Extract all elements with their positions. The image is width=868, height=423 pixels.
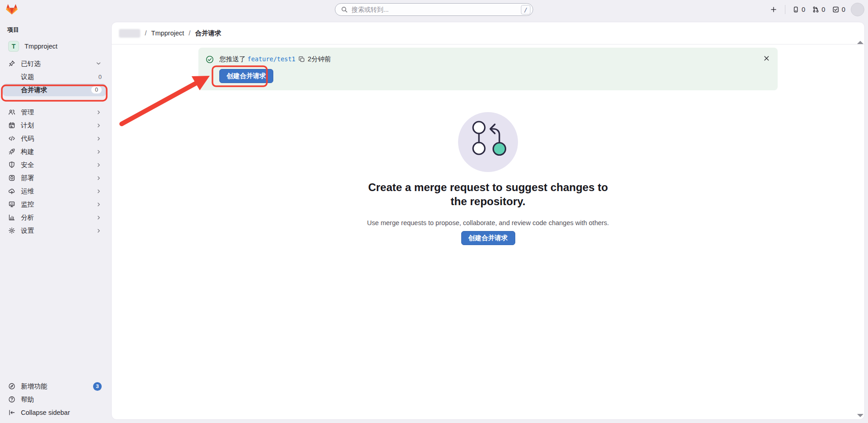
user-avatar[interactable] xyxy=(851,3,864,16)
breadcrumb-project-link[interactable]: Tmpproject xyxy=(151,30,184,37)
sidebar-item-monitor[interactable]: 监控 xyxy=(3,198,106,211)
sidebar-item-settings[interactable]: 设置 xyxy=(3,224,106,237)
scrollbar-up-arrow[interactable] xyxy=(857,41,863,44)
sidebar-item-plan[interactable]: 计划 xyxy=(3,119,106,132)
branch-name-link[interactable]: feature/test1 xyxy=(247,55,296,63)
create-merge-request-banner-button[interactable]: 创建合并请求 xyxy=(219,69,273,83)
sidebar-item-build[interactable]: 构建 xyxy=(3,145,106,158)
chevron-right-icon xyxy=(96,228,102,234)
sidebar-footer: 新增功能 3 帮助 Collapse sidebar xyxy=(0,379,109,419)
deploy-icon xyxy=(8,174,15,182)
sidebar-divider xyxy=(7,101,102,101)
sidebar-item-manage[interactable]: 管理 xyxy=(3,106,106,118)
pinned-label: 已钉选 xyxy=(21,59,90,68)
merge-request-illustration xyxy=(458,112,518,172)
sidebar-item-merge-requests[interactable]: 合并请求 0 xyxy=(3,84,106,96)
empty-state-title: Create a merge request to suggest change… xyxy=(361,180,615,208)
issues-counter[interactable]: 0 xyxy=(791,6,807,13)
scrollbar-down-arrow[interactable] xyxy=(857,414,863,417)
breadcrumb-current: 合并请求 xyxy=(195,29,222,38)
question-icon xyxy=(8,396,15,403)
issues-count: 0 xyxy=(99,74,102,80)
chart-icon xyxy=(8,214,15,221)
chevron-right-icon xyxy=(96,215,102,221)
search-input[interactable] xyxy=(352,6,518,13)
merge-requests-counter[interactable]: 0 xyxy=(811,6,827,13)
gear-icon xyxy=(8,227,15,234)
issues-icon xyxy=(792,6,799,13)
monitor-icon xyxy=(8,201,15,208)
collapse-sidebar-item[interactable]: Collapse sidebar xyxy=(3,406,106,419)
calendar-icon xyxy=(8,122,15,129)
close-icon xyxy=(763,55,770,62)
sidebar-menu: 管理 计划 代码 构建 xyxy=(0,106,109,237)
sidebar-pinned-header[interactable]: 已钉选 xyxy=(3,57,106,70)
merge-requests-count: 0 xyxy=(91,86,102,93)
sidebar-section-label: 项目 xyxy=(0,19,109,39)
code-icon xyxy=(8,135,15,142)
merge-request-icon xyxy=(812,6,819,13)
sidebar-item-analyze[interactable]: 分析 xyxy=(3,211,106,224)
create-new-button[interactable] xyxy=(768,4,779,15)
rocket-icon xyxy=(8,148,15,155)
shield-icon xyxy=(8,161,15,168)
issues-label: 议题 xyxy=(21,73,93,81)
search-shortcut-key: / xyxy=(521,5,531,15)
check-circle-icon xyxy=(206,55,214,64)
whats-new-item[interactable]: 新增功能 3 xyxy=(3,380,106,393)
global-search[interactable]: / xyxy=(335,3,533,16)
chevron-right-icon xyxy=(96,202,102,207)
compass-icon xyxy=(8,383,15,390)
breadcrumb: / Tmpproject / 合并请求 xyxy=(112,22,864,44)
pin-icon xyxy=(8,60,15,67)
breadcrumb-group-redacted[interactable] xyxy=(119,29,140,38)
project-name: Tmpproject xyxy=(25,43,102,50)
project-avatar: T xyxy=(8,41,19,52)
chevron-right-icon xyxy=(96,175,102,181)
sidebar-item-secure[interactable]: 安全 xyxy=(3,158,106,171)
whats-new-badge: 3 xyxy=(93,382,102,391)
cloud-gear-icon xyxy=(8,187,15,195)
push-message: 您推送了 feature/test1 2分钟前 xyxy=(219,55,331,64)
chevron-right-icon xyxy=(96,123,102,128)
main-panel: / Tmpproject / 合并请求 您推送了 feature/test1 xyxy=(111,22,865,420)
sidebar-item-code[interactable]: 代码 xyxy=(3,132,106,145)
chevron-down-icon xyxy=(95,60,102,67)
sidebar-project-item[interactable]: T Tmpproject xyxy=(3,39,106,54)
top-bar: / 0 0 0 xyxy=(0,0,868,19)
empty-state-description: Use merge requests to propose, collabora… xyxy=(198,219,778,226)
sidebar-item-operate[interactable]: 运维 xyxy=(3,185,106,197)
push-time: 2分钟前 xyxy=(308,55,331,63)
topbar-divider xyxy=(785,5,785,14)
collapse-icon xyxy=(8,409,15,416)
empty-state: Create a merge request to suggest change… xyxy=(198,112,778,245)
merge-requests-label: 合并请求 xyxy=(21,86,86,94)
sidebar-item-deploy[interactable]: 部署 xyxy=(3,172,106,184)
push-notification-banner: 您推送了 feature/test1 2分钟前 创建合并请求 xyxy=(198,48,778,90)
gitlab-logo-icon[interactable] xyxy=(6,3,18,15)
help-item[interactable]: 帮助 xyxy=(3,393,106,406)
todo-check-icon xyxy=(832,6,839,13)
chevron-right-icon xyxy=(96,136,102,142)
chevron-right-icon xyxy=(96,162,102,168)
banner-close-button[interactable] xyxy=(760,52,772,64)
copy-branch-button[interactable] xyxy=(298,56,305,63)
todos-counter[interactable]: 0 xyxy=(831,6,847,13)
sidebar-item-issues[interactable]: 议题 0 xyxy=(3,70,106,83)
users-icon xyxy=(8,108,15,116)
chevron-right-icon xyxy=(96,149,102,155)
chevron-right-icon xyxy=(96,109,102,115)
create-merge-request-button[interactable]: 创建合并请求 xyxy=(461,231,515,245)
chevron-right-icon xyxy=(96,188,102,194)
sidebar: 项目 T Tmpproject 已钉选 议题 0 合并请求 0 管理 xyxy=(0,19,109,423)
search-icon xyxy=(341,6,348,13)
